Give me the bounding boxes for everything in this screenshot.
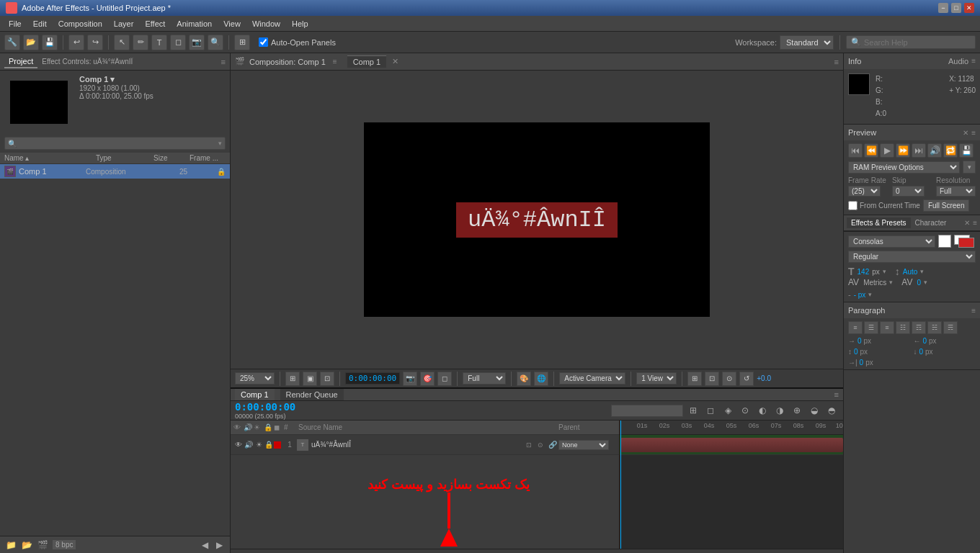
px-dropdown[interactable]: ▾ [868,291,872,298]
toolbar-save[interactable]: 💾 [42,35,58,50]
indent-val-4[interactable]: 0 [919,348,924,356]
layer-solo-btn[interactable]: ☀ [254,440,264,450]
audio-btn[interactable]: 🔊 [927,143,942,158]
tl-zoom-out[interactable]: ◀ [810,549,823,553]
tl-btn1[interactable]: ⊞ [686,403,700,418]
toolbar-undo[interactable]: ↩ [68,35,84,50]
menu-composition[interactable]: Composition [53,18,108,30]
indent-val-5[interactable]: 0 [860,359,864,367]
menu-view[interactable]: View [218,18,246,30]
align-justify-right-btn[interactable]: ☵ [927,321,942,334]
layer-audio-btn[interactable]: 🔊 [244,440,254,450]
preview-menu-icon[interactable]: ≡ [971,129,976,137]
comp-header-menu[interactable]: ≡ [834,58,839,66]
project-search-input[interactable] [17,139,218,148]
skip-select[interactable]: 0 [892,186,925,197]
auto-open-panels-checkbox[interactable] [259,37,268,47]
effects-menu[interactable]: ≡ [973,219,977,227]
col-name[interactable]: Name ▴ [4,154,96,162]
col-type[interactable]: Type [96,154,153,162]
tracking-val[interactable]: 0 [917,279,921,287]
menu-animation[interactable]: Animation [171,18,218,30]
font-size-val[interactable]: 142 [858,268,870,276]
align-justify-left-btn[interactable]: ☶ [912,321,926,334]
tl-btn9[interactable]: ◓ [824,403,839,418]
track-bar-1[interactable] [620,438,843,452]
pixel-btn[interactable]: ⊡ [705,372,719,386]
sw1[interactable]: ⊡ [524,440,534,450]
font-color-swatch[interactable] [938,235,951,248]
comp-timecode[interactable]: 0:00:00:00 [345,372,400,385]
snap-btn[interactable]: ⊡ [320,372,334,386]
zoom-select[interactable]: 25% 50% 100% [235,372,275,385]
comp-panel-menu[interactable]: ≡ [333,58,337,66]
workspace-select[interactable]: Standard [780,35,834,50]
tl-btn3[interactable]: ◈ [721,403,735,418]
menu-help[interactable]: Help [286,18,314,30]
character-tab[interactable]: Character [911,217,951,228]
layer-lock-btn[interactable]: 🔒 [264,440,274,450]
shape-btn[interactable]: ◻ [437,372,452,386]
tl-nav-2[interactable]: ▶ [251,549,264,553]
tl-zoom-in[interactable]: ▶ [826,549,839,553]
auto-dropdown-icon[interactable]: ▾ [920,268,924,275]
maximize-button[interactable]: □ [951,3,961,13]
sw2[interactable]: ⊙ [535,440,545,450]
align-justify-btn[interactable]: ☷ [896,321,910,334]
align-justify-all-btn[interactable]: ☴ [943,321,958,334]
resolution-select[interactable]: Full [936,186,976,197]
from-current-time-check[interactable]: From Current Time [848,199,920,212]
tl-btn4[interactable]: ⊙ [738,403,752,418]
indent-val-3[interactable]: 0 [854,348,858,356]
size-dropdown-icon[interactable]: ▾ [883,268,886,275]
import-btn[interactable]: 📁 [4,539,17,552]
toolbar-redo[interactable]: ↪ [87,35,103,50]
search-dropdown-icon[interactable]: ▾ [218,140,222,147]
layout-btn[interactable]: ⊞ [687,372,702,386]
panel-menu-icon[interactable]: ≡ [221,58,226,66]
col-size[interactable]: Size [153,154,190,162]
timeline-timecode[interactable]: 0:00:00:00 [235,401,295,413]
file-item-comp1[interactable]: 🎬 Comp 1 Composition 25 🔒 [0,164,230,179]
full-screen-btn[interactable]: Full Screen [923,199,970,212]
comp-tab[interactable]: Comp 1 [347,55,387,68]
tl-nav-3[interactable]: △ [267,549,280,553]
parent-select[interactable]: None [558,440,609,450]
toolbar-new[interactable]: 🔧 [4,35,20,50]
first-frame-btn[interactable]: ⏮ [848,143,863,158]
align-center-btn[interactable]: ☰ [864,321,878,334]
toolbar-select[interactable]: ↖ [114,35,130,50]
auto-val[interactable]: Auto [903,268,918,276]
tracking-dropdown[interactable]: ▾ [924,279,927,286]
3d-btn[interactable]: 🌐 [534,372,548,386]
toolbar-text[interactable]: T [151,35,167,50]
indent-val-2[interactable]: 0 [923,337,927,345]
indent-val-1[interactable]: 0 [858,337,862,345]
toolbar-zoom[interactable]: 🔍 [208,35,223,50]
tl-btn6[interactable]: ◑ [772,403,787,418]
save-frame-btn[interactable]: 💾 [959,143,974,158]
menu-edit[interactable]: Edit [27,18,53,30]
menu-window[interactable]: Window [246,18,286,30]
camera-select[interactable]: Active Camera [559,372,625,385]
comp-close-icon[interactable]: ✕ [392,57,398,66]
timeline-menu-icon[interactable]: ≡ [834,390,839,399]
flow-btn2[interactable]: ▶ [213,539,226,552]
toolbar-snap[interactable]: ⊞ [234,35,250,50]
tl-btn7[interactable]: ⊕ [790,403,804,418]
camera-icon-btn[interactable]: 📷 [403,372,417,386]
search-help-input[interactable] [864,38,965,47]
last-frame-btn[interactable]: ⏭ [912,143,926,158]
ram-preview-select[interactable]: RAM Preview Options [848,161,960,174]
timeline-tab-render[interactable]: Render Queue [280,389,344,400]
close-button[interactable]: ✕ [964,3,974,13]
menu-file[interactable]: File [3,18,27,30]
layer-name[interactable]: uÄ¾°#ÂwnIÎ [308,441,524,449]
preview-option-btn[interactable]: ▾ [963,161,976,174]
metrics-dropdown[interactable]: ▾ [889,279,893,286]
flow-btn[interactable]: ◀ [198,539,211,552]
layer-row-1[interactable]: 👁 🔊 ☀ 🔒 1 T uÄ¾°#ÂwnIÎ ⊡ ⊙ 🔗 [231,435,619,455]
tl-btn8[interactable]: ◒ [807,403,821,418]
new-folder-btn[interactable]: 📂 [20,539,33,552]
timeline-search-input[interactable] [611,405,683,417]
